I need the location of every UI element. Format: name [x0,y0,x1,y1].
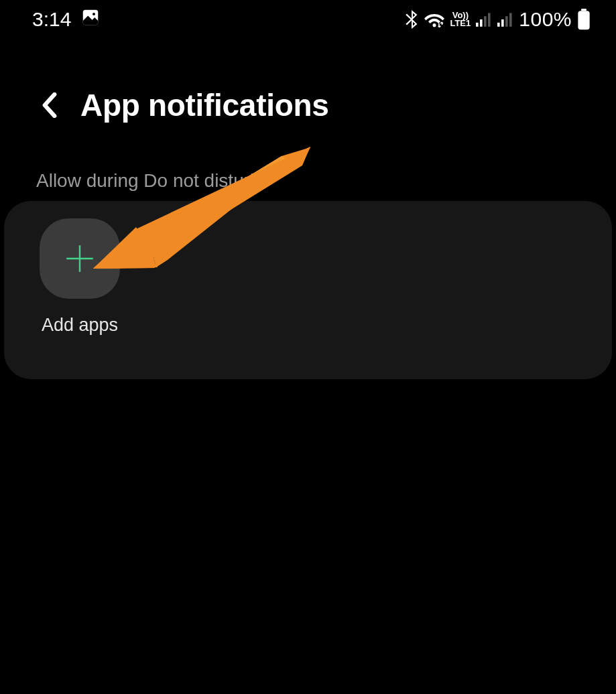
bluetooth-icon [404,10,419,29]
svg-rect-10 [509,13,512,26]
svg-rect-4 [480,19,483,27]
svg-point-2 [433,23,436,27]
svg-rect-9 [505,16,508,27]
add-apps-label: Add apps [42,315,118,336]
page-title: App notifications [80,87,329,123]
svg-rect-3 [476,23,479,27]
back-button[interactable] [36,92,63,119]
battery-percentage: 100% [519,8,572,31]
status-time: 3:14 [32,8,71,31]
chevron-left-icon [41,92,58,118]
page-header: App notifications [0,39,616,147]
svg-rect-8 [501,19,504,27]
wifi-icon [424,11,444,27]
svg-point-1 [93,13,95,15]
status-right: Vo)) LTE1 100% [404,8,591,31]
plus-icon [40,218,120,299]
signal-1-icon [476,12,492,27]
status-left: 3:14 [32,7,101,32]
section-label: Allow during Do not disturb [0,147,616,201]
svg-rect-11 [581,9,587,11]
svg-rect-7 [497,23,500,27]
add-apps-button[interactable]: Add apps [28,218,131,336]
network-label: LTE1 [450,19,471,27]
svg-rect-5 [484,16,487,27]
svg-rect-6 [488,13,491,26]
battery-icon [577,9,591,30]
signal-2-icon [497,12,513,27]
volte-icon: Vo)) LTE1 [450,11,471,27]
allowed-apps-card: Add apps [4,201,612,379]
svg-rect-12 [578,11,589,29]
status-bar: 3:14 Vo)) LTE1 [0,0,616,39]
picture-icon [80,7,101,32]
